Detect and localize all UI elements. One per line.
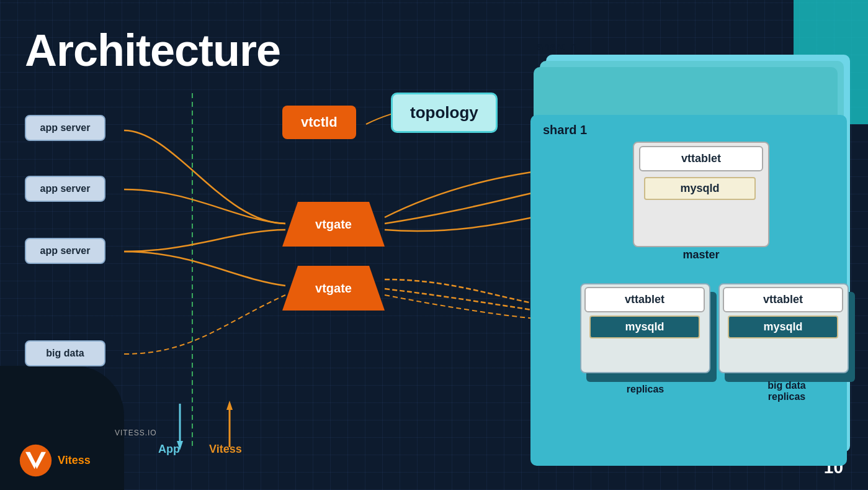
master-vttablet-box: vttablet	[639, 146, 763, 171]
app-server-1: app server	[25, 115, 105, 141]
big-data-box: big data	[25, 340, 105, 366]
svg-marker-4	[226, 401, 233, 410]
legend-vitess-label: Vitess	[209, 443, 242, 455]
replica1-vttablet-box: vttablet	[584, 287, 705, 312]
vtgate1-shape	[282, 202, 385, 247]
vtctld-box: vtctld	[282, 106, 356, 139]
page-title: Architecture	[25, 25, 280, 76]
app-server-3: app server	[25, 238, 105, 264]
topology-box: topology	[391, 93, 498, 133]
shard1-label: shard 1	[543, 123, 587, 137]
replica1-label: replicas	[596, 384, 695, 395]
vitess-io-text: VITESS.IO	[115, 429, 157, 437]
legend-area: App	[158, 443, 180, 456]
master-label: master	[658, 248, 745, 261]
legend-vitess-area: Vitess	[209, 443, 242, 456]
replica2-vttablet-box: vttablet	[723, 287, 843, 312]
vtgate2-shape	[282, 266, 385, 311]
svg-marker-5	[282, 202, 385, 247]
replica2-label: big data replicas	[731, 380, 843, 402]
vitess-logo-text: Vitess	[58, 454, 91, 467]
replica1-mysqld-box: mysqld	[589, 315, 700, 338]
vitess-logo: Vitess	[19, 443, 91, 478]
master-mysqld-box: mysqld	[644, 177, 756, 200]
svg-marker-6	[282, 266, 385, 311]
app-server-2: app server	[25, 176, 105, 202]
svg-point-7	[20, 445, 51, 476]
vitess-v-icon	[19, 443, 53, 478]
shard-n-label: shard n	[537, 40, 577, 53]
legend-app-label: App	[158, 443, 180, 455]
replica2-mysqld-box: mysqld	[728, 315, 838, 338]
